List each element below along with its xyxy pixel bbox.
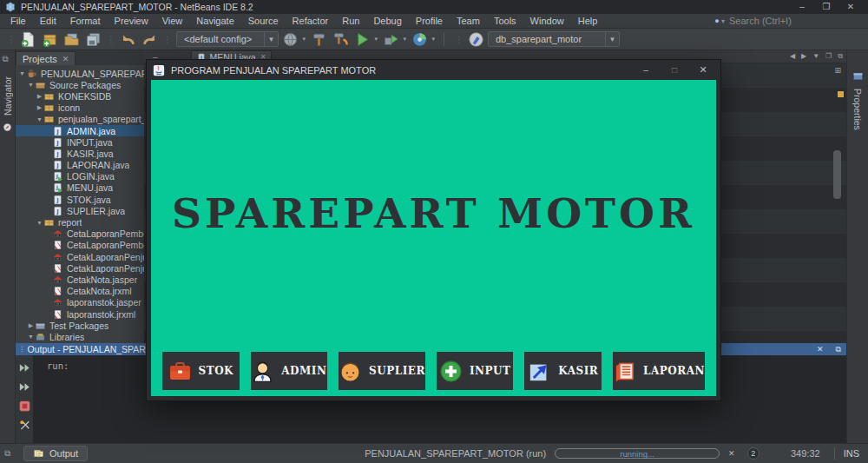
app-minimize-button[interactable] — [635, 65, 657, 75]
save-all-icon[interactable] — [85, 31, 102, 48]
tree-item[interactable]: J LOGIN.java — [16, 171, 144, 182]
tree-item[interactable]: CetakNota.jrxml — [16, 286, 144, 297]
db-icon[interactable] — [468, 31, 484, 48]
quick-search[interactable]: ● Search (Ctrl+I) — [714, 16, 868, 26]
menu-item[interactable]: File — [3, 14, 33, 29]
tree-item[interactable]: J SUPLIER.java — [16, 205, 144, 216]
tree-item[interactable]: CetakNota.jasper — [16, 274, 144, 285]
debug-icon[interactable] — [383, 31, 399, 48]
new-file-icon[interactable] — [20, 31, 36, 48]
output-window-button[interactable]: Output — [23, 446, 88, 461]
dock-window-icon[interactable]: ⧉ — [4, 448, 16, 459]
app-titlebar[interactable]: PROGRAM PENJUALAN SPAREPART MOTOR — [147, 60, 720, 80]
tree-expand-icon[interactable]: ▼ — [36, 220, 43, 226]
search-input[interactable]: Search (Ctrl+I) — [729, 16, 859, 26]
tab-list-icon[interactable] — [812, 52, 819, 61]
menu-item[interactable]: Team — [450, 14, 487, 29]
tree-item[interactable]: CetaLaporanPembelian — [16, 228, 144, 240]
tree-item[interactable]: laporanstok.jasper — [16, 297, 144, 308]
tree-expand-icon[interactable]: ▼ — [27, 334, 35, 340]
tree-item[interactable]: ▼ Source Packages — [16, 79, 144, 90]
redo-icon[interactable] — [141, 31, 158, 48]
menu-item[interactable]: Refactor — [286, 14, 336, 29]
tree-item[interactable]: J INPUT.java — [16, 136, 144, 148]
float-window-icon[interactable] — [838, 52, 843, 61]
tree-item[interactable]: ▶ Test Packages — [16, 320, 144, 331]
scroll-tabs-left-icon[interactable] — [790, 52, 795, 61]
rerun-icon[interactable] — [18, 361, 31, 374]
editor-scrollbar-thumb[interactable] — [833, 150, 841, 199]
tree-expand-icon[interactable]: ▶ — [27, 322, 35, 329]
tree-expand-icon[interactable]: ▼ — [36, 116, 43, 122]
new-project-icon[interactable] — [42, 31, 58, 48]
menu-item[interactable]: Run — [335, 14, 366, 29]
scroll-tabs-right-icon[interactable] — [801, 52, 806, 61]
chevron-down-icon[interactable]: ▼ — [264, 32, 278, 46]
tree-expand-icon[interactable]: ▼ — [18, 70, 26, 76]
config-combobox[interactable]: <default config> ▼ — [176, 31, 279, 47]
tree-item[interactable]: CetakLaporanPenjualan — [16, 251, 144, 262]
menu-item[interactable]: Tools — [487, 14, 523, 29]
maximize-button[interactable] — [814, 0, 838, 14]
dock-window-icon[interactable]: ⧉ — [3, 54, 13, 64]
app-menu-button[interactable]: STOK — [162, 352, 240, 390]
menu-item[interactable]: Profile — [409, 14, 450, 29]
tree-item[interactable]: CetaLaporanPembelian — [16, 240, 144, 251]
tree-item[interactable]: ▼ Libraries — [16, 331, 144, 342]
progress-bar[interactable]: running... — [555, 448, 720, 459]
globe-icon[interactable] — [282, 31, 299, 48]
stop-icon[interactable] — [18, 400, 31, 413]
app-maximize-button[interactable] — [663, 65, 686, 75]
tree-expand-icon[interactable]: ▶ — [36, 104, 43, 111]
menu-item[interactable]: Source — [241, 14, 286, 29]
tree-expand-icon[interactable]: ▶ — [36, 93, 43, 100]
app-menu-button[interactable]: SUPLIER — [339, 352, 425, 390]
tree-expand-icon[interactable]: ▼ — [27, 82, 35, 88]
maximize-editor-icon[interactable] — [825, 52, 832, 61]
minimize-button[interactable] — [790, 0, 814, 14]
ant-icon[interactable] — [18, 419, 31, 432]
menu-item[interactable]: Preview — [108, 14, 155, 29]
profile-icon[interactable] — [411, 31, 428, 48]
stop-process-icon[interactable]: ✕ — [728, 449, 735, 458]
tree-item[interactable]: ▶ KONEKSIDB — [16, 90, 144, 102]
database-combobox[interactable]: db_sparepart_motor ▼ — [488, 31, 620, 47]
app-menu-button[interactable]: KASIR — [524, 352, 602, 390]
clean-build-icon[interactable] — [332, 31, 349, 48]
menu-item[interactable]: Debug — [366, 14, 408, 29]
undo-icon[interactable] — [120, 31, 136, 48]
tree-item[interactable]: J KASIR.java — [16, 148, 144, 159]
tab-close-icon[interactable]: ✕ — [62, 55, 69, 63]
open-project-icon[interactable] — [63, 31, 80, 48]
menu-item[interactable]: View — [155, 14, 190, 29]
search-scope-icon[interactable]: ● — [714, 17, 725, 25]
tree-item[interactable]: laporanstok.jrxml — [16, 308, 144, 320]
app-close-button[interactable] — [692, 64, 714, 76]
menu-item[interactable]: Window — [523, 14, 571, 29]
rerun-changed-icon[interactable] — [18, 380, 31, 394]
tree-item[interactable]: ▶ iconn — [16, 103, 144, 114]
app-menu-button[interactable]: ADMIN — [251, 352, 328, 390]
app-menu-button[interactable]: INPUT — [437, 352, 514, 390]
panel-float-icon[interactable]: ⧉ — [836, 345, 841, 354]
properties-minimized-tab[interactable]: Properties — [852, 89, 863, 130]
close-button[interactable] — [838, 0, 863, 14]
tree-item[interactable]: CetakLaporanPenjualan — [16, 262, 144, 274]
tree-item[interactable]: ▼ report — [16, 216, 144, 228]
tree-item[interactable]: ▼ PENJUALAN_SPAREPART_ — [16, 68, 144, 79]
hammer-icon[interactable] — [311, 31, 327, 48]
panel-close-icon[interactable]: ✕ — [817, 345, 824, 354]
projects-tab[interactable]: Projects ✕ — [16, 51, 76, 65]
app-menu-button[interactable]: LAPORAN — [613, 352, 705, 390]
tree-item[interactable]: J STOK.java — [16, 194, 144, 205]
run-icon[interactable] — [354, 31, 371, 48]
tree-item[interactable]: J ADMIN.java — [16, 125, 144, 136]
tree-item[interactable]: J LAPORAN.java — [16, 160, 144, 171]
tree-item[interactable]: ▼ penjualan_sparepart_mo — [16, 114, 144, 125]
menu-item[interactable]: Format — [63, 14, 108, 29]
navigator-minimized-tab[interactable]: Navigator — [3, 76, 13, 116]
menu-item[interactable]: Edit — [33, 14, 63, 29]
process-count-badge[interactable]: 2 — [747, 447, 760, 460]
restore-group-icon[interactable]: ⊞ — [834, 66, 841, 75]
menu-item[interactable]: Help — [571, 14, 605, 29]
